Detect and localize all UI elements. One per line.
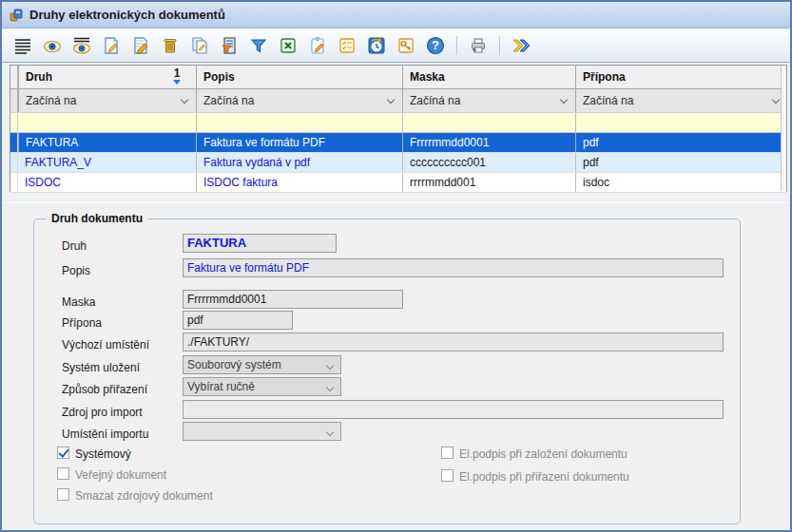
app-icon xyxy=(9,8,24,23)
umisteni-importu-label: Umístění importu xyxy=(62,425,148,444)
table-row[interactable]: ISDOC ISDOC faktura rrrrmmdd001 isdoc xyxy=(10,173,786,193)
zdroj-pro-import-field[interactable] xyxy=(183,400,724,419)
cell-maska[interactable]: Frrrrmmdd0001 xyxy=(402,133,575,152)
sort-indicator: 1 xyxy=(173,66,181,85)
zpusob-prirazeni-dropdown[interactable]: Vybírat ručně xyxy=(183,377,341,396)
cell-popis[interactable]: Faktura ve formátu PDF xyxy=(196,133,402,152)
toolbar-separator xyxy=(499,36,500,55)
filter-dropdown-druh[interactable]: Začíná na xyxy=(18,89,196,112)
zdroj-pro-import-label: Zdroj pro import xyxy=(62,403,143,422)
grid-search-row xyxy=(10,113,786,133)
group-box-title: Druh dokumentu xyxy=(47,212,147,225)
cell-popis[interactable]: Faktura vydaná v pdf xyxy=(196,153,402,172)
mass-change-icon[interactable] xyxy=(218,34,241,57)
el-podpis-prirazeni-checkbox[interactable] xyxy=(441,469,454,482)
sort-arrow-icon xyxy=(173,80,181,85)
documents-grid: Druh 1 Popis Maska Přípona Začíná na Zač… xyxy=(10,65,787,192)
window-title: Druhy elektronických dokumentů xyxy=(29,8,225,22)
cell-pripona[interactable]: isdoc xyxy=(575,173,787,192)
cell-pripona[interactable]: pdf xyxy=(575,153,787,172)
vychozi-umisteni-label: Výchozí umístění xyxy=(62,335,149,354)
pripona-label: Přípona xyxy=(62,314,102,332)
table-row[interactable]: FAKTURA Faktura ve formátu PDF Frrrrmmdd… xyxy=(10,133,786,153)
grid-filter-row: Začíná na Začíná na Začíná na Začíná na xyxy=(10,89,786,113)
druh-field[interactable]: FAKTURA xyxy=(183,234,337,253)
preview-list-icon[interactable] xyxy=(70,34,93,57)
search-cell-pripona[interactable] xyxy=(575,113,787,132)
search-cell-druh[interactable] xyxy=(18,113,196,132)
vertical-scrollbar[interactable] xyxy=(781,66,786,191)
cell-druh[interactable]: FAKTURA_V xyxy=(18,153,196,172)
toolbar-separator xyxy=(456,36,457,55)
detail-panel: Druh dokumentu Druh FAKTURA Popis Faktur… xyxy=(2,202,790,530)
filter-dropdown-popis[interactable]: Začíná na xyxy=(196,89,402,112)
edit-form-icon[interactable] xyxy=(306,34,329,57)
print-icon[interactable] xyxy=(467,34,490,57)
app-window: Druhy elektronických dokumentů xyxy=(0,0,792,532)
chevron-down-icon xyxy=(387,96,395,104)
column-header-maska[interactable]: Maska xyxy=(402,66,575,88)
edit-record-icon[interactable] xyxy=(129,34,152,57)
chevron-down-icon xyxy=(772,96,780,104)
system-ulozeni-dropdown[interactable]: Souborový systém xyxy=(183,355,341,374)
row-indicator-header xyxy=(10,66,18,88)
maska-label: Maska xyxy=(62,293,95,312)
el-podpis-zalozeni-checkbox[interactable] xyxy=(441,446,454,459)
new-record-icon[interactable] xyxy=(100,34,123,57)
history-icon[interactable] xyxy=(365,34,388,57)
popis-label: Popis xyxy=(62,261,90,280)
delete-record-icon[interactable] xyxy=(159,34,182,57)
chevron-down-icon xyxy=(560,96,568,104)
chevron-down-icon xyxy=(326,362,334,370)
vychozi-umisteni-field[interactable]: ./FAKTURY/ xyxy=(183,332,724,352)
column-label: Druh xyxy=(26,70,52,84)
grid-header-row: Druh 1 Popis Maska Přípona xyxy=(10,66,786,89)
cell-druh[interactable]: ISDOC xyxy=(18,173,196,192)
search-cell-popis[interactable] xyxy=(196,113,402,132)
row-indicator xyxy=(10,133,18,152)
row-list-icon[interactable] xyxy=(11,34,34,57)
copy-record-icon[interactable] xyxy=(188,34,211,57)
druh-label: Druh xyxy=(62,237,87,256)
pripona-field[interactable]: pdf xyxy=(183,311,293,330)
search-cell-maska[interactable] xyxy=(402,113,575,132)
cell-druh[interactable]: FAKTURA xyxy=(18,133,196,152)
preview-icon[interactable] xyxy=(41,34,64,57)
help-icon[interactable] xyxy=(424,34,447,57)
umisteni-importu-dropdown[interactable] xyxy=(183,422,341,441)
cell-popis[interactable]: ISDOC faktura xyxy=(196,173,402,192)
filter-dropdown-maska[interactable]: Začíná na xyxy=(402,89,575,112)
toolbar xyxy=(2,28,790,63)
checklist-icon[interactable] xyxy=(336,34,358,57)
chevron-down-icon xyxy=(326,428,334,436)
row-indicator-search xyxy=(10,113,18,132)
more-actions-icon[interactable] xyxy=(510,34,532,57)
table-row[interactable]: FAKTURA_V Faktura vydaná v pdf ccccccccc… xyxy=(10,153,786,173)
systemovy-checkbox[interactable] xyxy=(57,446,69,459)
chevron-down-icon xyxy=(326,384,334,391)
filter-icon[interactable] xyxy=(247,34,270,57)
systemovy-checkbox-label: Systémový xyxy=(75,447,131,461)
title-bar: Druhy elektronických dokumentů xyxy=(2,2,790,28)
cell-maska[interactable]: cccccccccc001 xyxy=(402,153,575,172)
maska-field[interactable]: Frrrrmmdd0001 xyxy=(183,290,403,309)
row-indicator xyxy=(10,153,18,172)
verejny-dokument-checkbox[interactable] xyxy=(57,467,69,480)
popis-field[interactable]: Faktura ve formátu PDF xyxy=(183,258,724,277)
chevron-down-icon xyxy=(181,96,188,104)
cell-maska[interactable]: rrrrmmdd001 xyxy=(402,173,575,192)
excel-export-icon[interactable] xyxy=(277,34,299,57)
column-header-pripona[interactable]: Přípona xyxy=(575,66,787,88)
access-key-icon[interactable] xyxy=(395,34,417,57)
el-podpis-prirazeni-checkbox-label: El.podpis při přiřazení dokumentu xyxy=(459,470,629,484)
row-indicator xyxy=(10,173,18,192)
zpusob-prirazeni-label: Způsob přiřazení xyxy=(62,380,147,399)
filter-dropdown-pripona[interactable]: Začíná na xyxy=(575,89,787,112)
system-ulozeni-label: Systém uložení xyxy=(62,358,140,377)
el-podpis-zalozeni-checkbox-label: El.podpis při založení dokumentu xyxy=(459,447,628,461)
column-header-druh[interactable]: Druh 1 xyxy=(18,66,196,88)
smazat-zdrojovy-checkbox[interactable] xyxy=(57,488,69,501)
cell-pripona[interactable]: pdf xyxy=(575,133,787,152)
verejny-dokument-checkbox-label: Veřejný dokument xyxy=(75,468,166,482)
column-header-popis[interactable]: Popis xyxy=(196,66,402,88)
